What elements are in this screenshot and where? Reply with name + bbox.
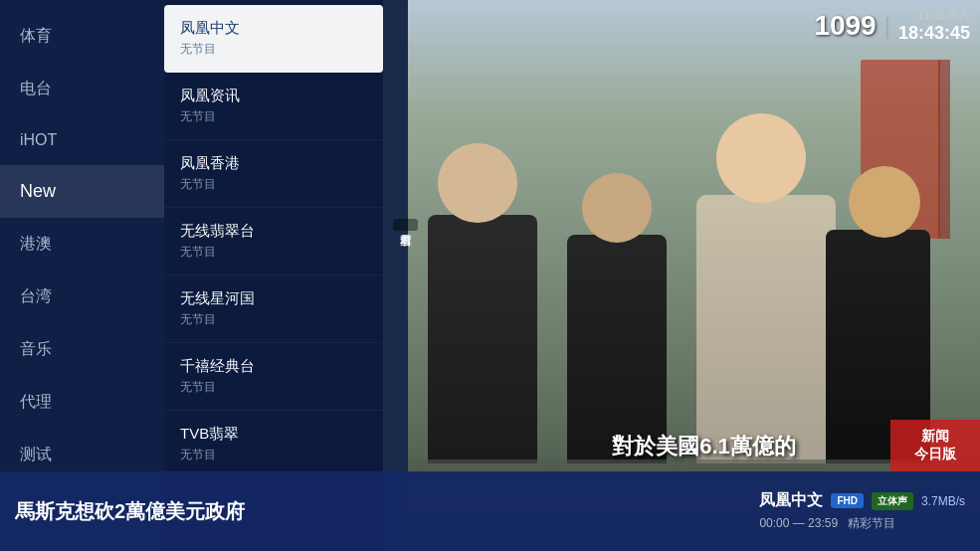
sidebar-item-new[interactable]: New <box>0 165 164 218</box>
news-banner-line2: 今日版 <box>914 446 956 463</box>
right-hint: 向右查看节目单 <box>393 219 418 231</box>
channel-name-fhhk: 凤凰香港 <box>180 154 367 173</box>
channel-item-tvbfc[interactable]: TVB翡翠 无节目 <box>164 411 383 478</box>
channel-number: 1099 <box>814 10 876 42</box>
channel-name-fhzx: 凤凰资讯 <box>180 87 367 105</box>
divider-bar: | <box>884 12 890 40</box>
channel-name-qjjd: 千禧经典台 <box>180 357 367 376</box>
news-banner-line1: 新闻 <box>921 428 949 446</box>
bottom-channel-name: 凤凰中文 <box>759 490 823 511</box>
sidebar-item-music[interactable]: 音乐 <box>0 323 164 376</box>
badge-stereo: 立体声 <box>872 492 913 510</box>
news-banner-right: 新闻 今日版 <box>890 420 980 471</box>
channel-status-tvbfc: 无节目 <box>180 447 367 463</box>
channel-status-fhzx: 无节目 <box>180 108 367 125</box>
channel-status-wxtc: 无节目 <box>180 244 367 261</box>
channel-status-wxhg: 无节目 <box>180 311 367 328</box>
time-text: 18:43:45 <box>898 23 970 44</box>
channel-item-wxtc[interactable]: 无线翡翠台 无节目 <box>164 208 383 276</box>
top-info-bar: 1099 | 11/16 周六 18:43:45 <box>814 8 970 44</box>
channel-status-fhhk: 无节目 <box>180 176 367 193</box>
channel-name-tvbfc: TVB翡翠 <box>180 425 367 444</box>
badge-fhd: FHD <box>831 493 864 508</box>
channel-list-popup: 凤凰中文 无节目 凤凰资讯 无节目 凤凰香港 无节目 无线翡翠台 无节目 无线星… <box>164 0 383 551</box>
channel-name-wxtc: 无线翡翠台 <box>180 222 367 241</box>
date-text: 11/16 周六 <box>917 8 970 23</box>
main-container: 1099 | 11/16 周六 18:43:45 体育 电台 iHOT New … <box>0 0 980 551</box>
channel-item-qjjd[interactable]: 千禧经典台 无节目 <box>164 343 383 411</box>
subtitle-text: 對於美國6.1萬億的 <box>612 434 796 459</box>
channel-item-fhhk[interactable]: 凤凰香港 无节目 <box>164 140 383 208</box>
channel-item-fhzx[interactable]: 凤凰资讯 无节目 <box>164 73 383 140</box>
bottom-channel-name-row: 凤凰中文 FHD 立体声 3.7MB/s <box>759 490 965 511</box>
time-range: 00:00 — 23:59 <box>759 516 838 530</box>
channel-item-wxhg[interactable]: 无线星河国 无节目 <box>164 276 383 343</box>
left-sidebar: 体育 电台 iHOT New 港澳 台湾 音乐 代理 测试 <box>0 0 164 551</box>
bottom-bar: 馬斯克想砍2萬億美元政府 凤凰中文 FHD 立体声 3.7MB/s 00:00 … <box>0 471 980 551</box>
bottom-channel-time: 00:00 — 23:59 精彩节目 <box>759 515 895 532</box>
speed-text: 3.7MB/s <box>921 494 965 508</box>
channel-status-qjjd: 无节目 <box>180 379 367 396</box>
sidebar-item-ihot[interactable]: iHOT <box>0 115 164 165</box>
sidebar-item-sports[interactable]: 体育 <box>0 10 164 63</box>
bottom-news-text: 馬斯克想砍2萬億美元政府 <box>15 498 739 525</box>
sidebar-item-taiwan[interactable]: 台湾 <box>0 271 164 323</box>
channel-name-fhcn: 凤凰中文 <box>180 19 367 38</box>
sidebar-item-radio[interactable]: 电台 <box>0 63 164 115</box>
sidebar-item-hk-macao[interactable]: 港澳 <box>0 218 164 271</box>
channel-status-fhcn: 无节目 <box>180 41 367 58</box>
program-name: 精彩节目 <box>848 516 895 530</box>
bottom-channel-info: 凤凰中文 FHD 立体声 3.7MB/s 00:00 — 23:59 精彩节目 <box>759 490 965 532</box>
date-time-block: 11/16 周六 18:43:45 <box>898 8 970 44</box>
channel-name-wxhg: 无线星河国 <box>180 289 367 308</box>
sidebar-item-proxy[interactable]: 代理 <box>0 376 164 429</box>
channel-item-fhcn[interactable]: 凤凰中文 无节目 <box>164 5 383 73</box>
